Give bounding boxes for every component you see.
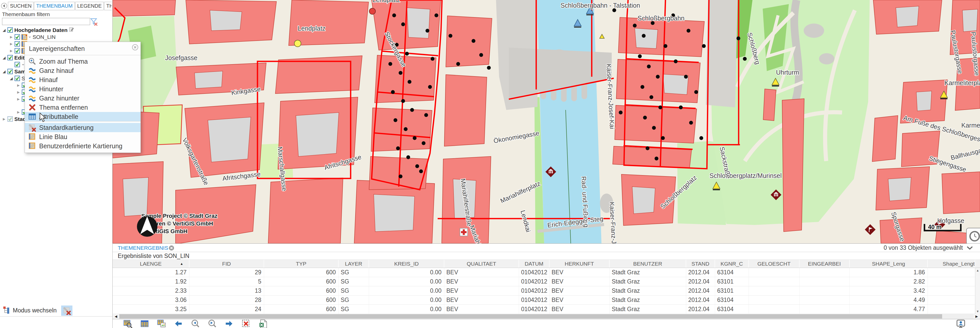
column-header-eingearbei[interactable]: EINGEARBEI (800, 260, 850, 268)
son-lin-point (619, 111, 623, 114)
results-close-icon[interactable] (169, 245, 175, 252)
checkbox[interactable] (14, 62, 20, 68)
tab-them[interactable]: THEM (104, 2, 112, 10)
previous-record-button[interactable] (174, 320, 183, 328)
expander-icon[interactable]: ▶ (9, 42, 14, 46)
checkbox[interactable] (7, 68, 13, 74)
expander-icon[interactable]: ▶ (16, 110, 21, 114)
themenbaum-filter-input[interactable] (2, 18, 90, 25)
table-row[interactable]: 3.0628600SG0.00BEV01042012BEVStadt Graz2… (113, 296, 980, 305)
checkbox[interactable] (14, 75, 20, 81)
tree-item-son-lin[interactable]: ▶⌄SON_LIN (0, 33, 112, 40)
cell-datum: 01042012 (519, 277, 549, 286)
expander-icon[interactable]: ▶ (16, 97, 21, 101)
son-lin-point (457, 62, 460, 66)
checkbox[interactable] (14, 41, 20, 47)
tab-themenbaum[interactable]: THEMENBAUM (34, 2, 75, 10)
presentation-button[interactable] (956, 320, 965, 328)
clear-selection-button[interactable] (242, 320, 251, 328)
map-canvas[interactable]: LendplatzLendplatzStockergasseSchloßberg… (113, 0, 980, 243)
mode-switch-label[interactable]: Modus wechseln (13, 307, 57, 314)
menu-item-ganz-hinunter[interactable]: Ganz hinunter (25, 93, 140, 103)
filter-clear-icon[interactable] (89, 17, 98, 27)
close-icon[interactable] (132, 44, 138, 52)
open-result-table-button[interactable] (123, 320, 132, 328)
expander-icon[interactable]: ▶ (16, 83, 21, 87)
mapping-off-toggle[interactable] (61, 306, 72, 316)
column-header-stand[interactable]: STAND (686, 260, 715, 268)
menu-item-standardkartierung[interactable]: Standardkartierung (25, 123, 140, 132)
scroll-down-icon[interactable]: ▼ (975, 309, 980, 314)
column-header-shape-leng[interactable]: SHAPE_Leng (850, 260, 928, 268)
cell-stand: 2012.04 (686, 277, 715, 286)
swatch-icon (28, 142, 37, 150)
tree-item-hochgeladene-daten[interactable]: ◢Hochgeladene Daten (0, 27, 112, 33)
checkbox[interactable] (7, 55, 13, 60)
tree-mode-icon[interactable] (3, 306, 11, 315)
clock-button[interactable] (966, 228, 980, 243)
table-row[interactable]: 2.3313600SG0.00BEV01042012BEVStadt Graz2… (113, 286, 980, 296)
export-excel-button[interactable] (258, 320, 268, 328)
menu-item-benutzerdefinierte-kartierung[interactable]: Benutzerdefinierte Kartierung (25, 141, 140, 151)
menu-item-linie-blau[interactable]: Linie Blau (25, 132, 140, 141)
zoom-to-previous-button[interactable] (191, 320, 200, 328)
column-header-shape-lengt[interactable]: Shape_Lengt (928, 260, 975, 268)
column-header-fid[interactable]: FID (189, 260, 264, 268)
table-row[interactable]: 3.2524600SG0.00BEV01042012BEVStadt Graz2… (113, 305, 980, 314)
tab-suchen[interactable]: SUCHEN (8, 2, 33, 10)
table-horizontal-scrollbar[interactable]: ◀ ▶ (113, 314, 980, 319)
menu-item-hinauf[interactable]: Hinauf (25, 75, 140, 84)
attribute-table-button[interactable] (140, 320, 150, 328)
son-lin-point (396, 146, 400, 151)
next-record-button[interactable] (225, 320, 234, 328)
column-header-qualitaet[interactable]: QUALITAET (444, 260, 519, 268)
tabs-scroll-left-icon[interactable] (1, 3, 8, 9)
menu-item-zoom-auf-thema[interactable]: Zoom auf Thema (25, 57, 140, 66)
checkbox[interactable] (14, 48, 20, 54)
context-menu-items: Zoom auf ThemaGanz hinaufHinaufHinunterG… (25, 57, 140, 151)
expander-icon[interactable]: ▶ (9, 35, 14, 39)
result-map-button[interactable] (157, 320, 166, 328)
edit-icon[interactable] (69, 27, 74, 33)
table-row[interactable]: 1.2729600SG0.00BEV01042012BEVStadt Graz2… (113, 268, 980, 277)
checkbox[interactable] (7, 116, 13, 122)
column-header-laenge[interactable]: LAENGE▲ (113, 260, 189, 268)
menu-item-hinunter[interactable]: Hinunter (25, 84, 140, 93)
scroll-left-icon[interactable]: ◀ (113, 314, 119, 319)
expander-icon[interactable]: ◢ (2, 69, 6, 74)
son-lin-point (405, 52, 409, 56)
expander-icon[interactable]: ◢ (2, 28, 6, 32)
expander-icon[interactable]: ▶ (9, 49, 14, 53)
chevron-down-icon[interactable] (966, 246, 974, 251)
menu-item-thema-entfernen[interactable]: Thema entfernen (25, 103, 140, 112)
checkbox[interactable] (14, 34, 20, 40)
results-toolbar (113, 319, 980, 328)
scrollbar-thumb[interactable] (119, 314, 942, 318)
tab-themenergebnis[interactable]: THEMENERGEBNIS (118, 245, 168, 251)
zoom-icon (28, 57, 37, 65)
column-header-herkunft[interactable]: HERKUNFT (549, 260, 610, 268)
expander-icon[interactable]: ▶ (2, 117, 6, 121)
column-header-typ[interactable]: TYP (264, 260, 339, 268)
checkbox[interactable] (7, 27, 13, 33)
column-header-benutzer[interactable]: BENUTZER (610, 260, 686, 268)
cell-typ: 600 (264, 296, 339, 304)
column-header-kgnr-c[interactable]: KGNR_C (715, 260, 749, 268)
menu-item-ganz-hinauf[interactable]: Ganz hinauf (25, 66, 140, 75)
column-header-datum[interactable]: DATUM (519, 260, 549, 268)
column-header-layer[interactable]: LAYER (339, 260, 369, 268)
scroll-right-icon[interactable]: ▶ (974, 314, 980, 319)
table-row[interactable]: 1.925600SG0.00BEV01042012BEVStadt Graz20… (113, 277, 980, 286)
expander-icon[interactable]: ◢ (2, 55, 6, 60)
table-vertical-scrollbar[interactable]: ▲ ▼ (975, 268, 980, 314)
column-header-kreis-id[interactable]: KREIS_ID (369, 260, 444, 268)
expander-icon[interactable]: ▶ (16, 90, 21, 94)
column-header-geloescht[interactable]: GELOESCHT (749, 260, 800, 268)
expander-icon[interactable]: ◢ (9, 76, 14, 81)
scroll-up-icon[interactable]: ▲ (975, 268, 980, 273)
son-lin-point (659, 106, 662, 109)
zoom-to-next-button[interactable] (208, 320, 217, 328)
layer-chevron-icon[interactable]: ⌄ (28, 33, 32, 39)
son-lin-point (638, 54, 642, 58)
tab-legende[interactable]: LEGENDE (75, 2, 104, 10)
